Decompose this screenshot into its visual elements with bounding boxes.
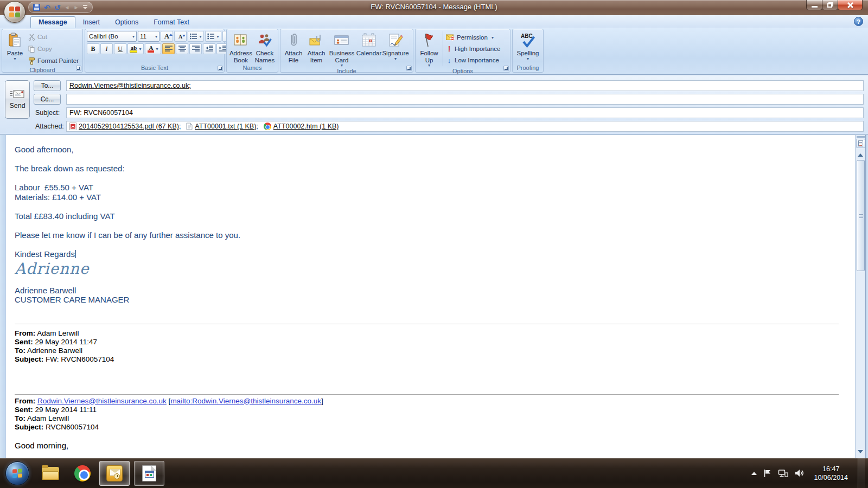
split-handle[interactable]	[857, 136, 865, 138]
start-button[interactable]	[5, 461, 29, 485]
font-color-button[interactable]: A	[145, 43, 161, 54]
minimize-button[interactable]	[806, 0, 822, 10]
restore-icon	[827, 3, 832, 8]
from-email-link[interactable]: Rodwin.Viernes@thistleinsurance.co.uk	[37, 397, 167, 405]
clock-time: 16:47	[814, 465, 848, 473]
app-window-icon	[142, 465, 156, 481]
redo-icon[interactable]: ↺	[54, 4, 61, 11]
numbering-button[interactable]	[205, 31, 221, 42]
attach-file-button[interactable]: Attach File	[282, 30, 305, 67]
tab-format-text[interactable]: Format Text	[146, 16, 197, 28]
group-label-clipboard: Clipboard	[2, 66, 82, 74]
cut-icon	[28, 34, 35, 41]
grow-font-icon: A	[164, 32, 169, 41]
chrome-icon	[74, 465, 91, 481]
tab-options[interactable]: Options	[107, 16, 146, 28]
close-icon	[847, 2, 853, 8]
high-importance-button[interactable]: ! High Importance	[446, 44, 500, 54]
ruler-icon	[858, 140, 863, 146]
align-left-button[interactable]	[162, 43, 175, 54]
tab-message[interactable]: Message	[30, 16, 75, 28]
italic-button[interactable]: I	[100, 43, 113, 54]
signature-button[interactable]: Signature	[382, 30, 409, 67]
help-icon[interactable]: ?	[854, 17, 863, 26]
font-size-combobox[interactable]: 11	[138, 31, 159, 42]
include-dialog-launcher[interactable]	[406, 66, 412, 71]
customize-qat-icon[interactable]	[82, 5, 88, 10]
body-paragraph: Kindest Regards	[15, 249, 839, 259]
grow-font-button[interactable]: A	[161, 31, 173, 42]
align-left-icon	[165, 46, 173, 52]
paste-button[interactable]: Paste	[4, 30, 26, 66]
action-center-flag-icon[interactable]	[763, 469, 771, 478]
clipboard-dialog-launcher[interactable]	[76, 66, 81, 71]
address-book-button[interactable]: Address Book	[228, 30, 253, 64]
save-icon[interactable]	[33, 4, 40, 11]
attachment-txt[interactable]: ATT00001.txt (1 KB);	[186, 123, 258, 130]
bold-button[interactable]: B	[87, 43, 99, 54]
attached-field[interactable]: 20140529104125534.pdf (67 KB); ATT00001.…	[66, 121, 864, 132]
bullets-button[interactable]	[188, 31, 204, 42]
tab-insert[interactable]: Insert	[75, 16, 107, 28]
close-button[interactable]	[838, 0, 863, 10]
mailto-link[interactable]: mailto:Rodwin.Viernes@thistleinsurance.c…	[170, 397, 321, 405]
to-recipient[interactable]: Rodwin.Viernes@thistleinsurance.co.uk;	[69, 82, 191, 89]
quoted-header-2: From: Rodwin.Viernes@thistleinsurance.co…	[15, 397, 839, 432]
calendar-button[interactable]: Calendar	[356, 30, 382, 67]
attach-item-button[interactable]: Attach Item	[305, 30, 328, 67]
show-hidden-icons-icon[interactable]	[751, 469, 757, 475]
to-button[interactable]: To...	[34, 80, 61, 91]
cc-field[interactable]	[66, 94, 864, 105]
paste-icon	[8, 32, 21, 48]
shrink-font-button[interactable]: A	[174, 31, 187, 42]
scroll-down-icon[interactable]	[858, 450, 863, 456]
volume-icon[interactable]	[795, 469, 804, 477]
taskbar-chrome-button[interactable]	[67, 461, 98, 486]
group-proofing: ABC Spelling Proofing	[512, 29, 544, 73]
body-paragraph: Good afternoon,	[15, 145, 839, 155]
low-importance-button[interactable]: ↓ Low Importance	[446, 55, 500, 65]
scrollbar-thumb[interactable]	[857, 160, 865, 271]
subject-field[interactable]: FW: RVCN60057104	[66, 107, 864, 118]
format-painter-button[interactable]: Format Painter	[26, 55, 81, 66]
send-button[interactable]: Send	[5, 80, 30, 119]
vertical-scrollbar[interactable]	[855, 135, 865, 458]
underline-button[interactable]: U	[114, 43, 126, 54]
align-center-button[interactable]	[176, 43, 188, 54]
group-include: Attach File Attach Item Business Card	[280, 29, 413, 73]
check-names-button[interactable]: Check Names	[253, 30, 276, 64]
show-desktop-button[interactable]	[858, 458, 865, 488]
spelling-button[interactable]: ABC Spelling	[514, 30, 541, 64]
attachment-pdf[interactable]: 20140529104125534.pdf (67 KB);	[69, 123, 181, 130]
text-highlight-button[interactable]: ab	[127, 43, 144, 54]
restore-button[interactable]	[822, 0, 838, 10]
taskbar-clock[interactable]: 16:47 10/06/2014	[810, 465, 851, 482]
options-dialog-launcher[interactable]	[503, 66, 509, 71]
undo-icon[interactable]: ↶	[44, 4, 50, 11]
business-card-button[interactable]: Business Card	[328, 30, 356, 67]
message-editor[interactable]: Good afternoon, The break down as reques…	[6, 135, 855, 458]
attach-file-icon	[288, 32, 299, 48]
decrease-indent-button[interactable]	[203, 43, 215, 54]
cc-button[interactable]: Cc...	[34, 94, 61, 105]
copy-button: Copy	[26, 43, 81, 54]
taskbar-explorer-button[interactable]	[35, 461, 66, 486]
to-field[interactable]: Rodwin.Viernes@thistleinsurance.co.uk;	[66, 80, 864, 91]
permission-button[interactable]: Permission	[446, 33, 500, 42]
network-icon[interactable]	[778, 469, 788, 478]
office-button[interactable]	[4, 1, 25, 23]
basic-text-dialog-launcher[interactable]	[218, 66, 223, 71]
font-name-combobox[interactable]: Calibri (Bo	[87, 31, 137, 42]
group-label-names: Names	[227, 64, 278, 72]
taskbar-outlook-button[interactable]	[99, 461, 130, 486]
follow-up-flag-icon	[423, 32, 436, 48]
scroll-up-icon[interactable]	[858, 151, 863, 157]
view-ruler-button[interactable]	[856, 139, 865, 148]
align-right-button[interactable]	[189, 43, 202, 54]
bullets-icon	[190, 33, 197, 40]
taskbar-app-button[interactable]	[134, 461, 164, 486]
follow-up-button[interactable]: Follow Up	[417, 30, 441, 67]
attachment-htm[interactable]: ATT00002.htm (1 KB)	[264, 123, 339, 130]
text-cursor	[75, 250, 76, 258]
taskbar: 16:47 10/06/2014	[0, 458, 868, 488]
